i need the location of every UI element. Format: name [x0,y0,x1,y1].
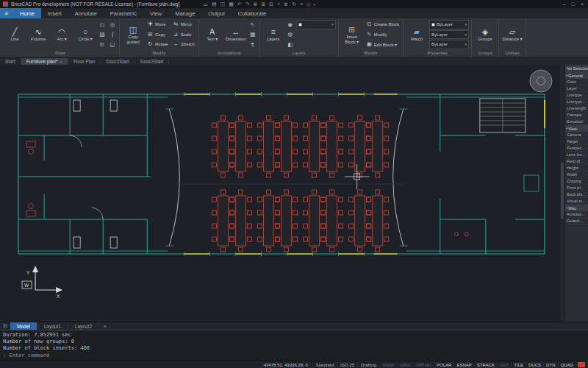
ribbon-tab-view[interactable]: View [143,8,168,18]
close-button[interactable]: × [581,1,584,7]
toggle-dyn[interactable]: DYN [543,363,558,367]
doc-tab-door2start[interactable]: Door2Start [135,58,169,65]
maximize-button[interactable]: □ [572,1,575,7]
ribbon-tab-home[interactable]: Home [13,8,41,18]
tool-arc[interactable]: ◠Arc ▾ [51,20,73,49]
add-layout-button[interactable]: + [99,322,111,330]
paste-icon[interactable]: ⊟ [269,1,273,7]
tool-groups[interactable]: ◈Groups [474,20,496,49]
linetype-control[interactable]: ByLayer▾ [429,30,469,40]
tool-dimension[interactable]: ↔Dimension [225,20,247,49]
open-file-icon[interactable]: ▤ [212,1,217,7]
tool-distance[interactable]: ▱Distance ▾ [501,20,523,49]
rectangle-tool-icon[interactable]: ▭ [98,20,107,29]
cut-icon[interactable]: ⊗ [254,1,258,7]
ellipse-tool-icon[interactable]: ◎ [108,20,117,29]
undo-icon[interactable]: ↶ [237,1,242,7]
ribbon-tab-output[interactable]: Output [201,8,232,18]
toggle-snap[interactable]: SNAP [379,363,396,367]
tool-polyline[interactable]: ∿Polyline [27,20,49,49]
tool-stretch[interactable]: ↔Stretch [171,40,196,49]
toggle-tile[interactable]: TILE [511,363,526,367]
zoom-icon[interactable]: ⊕ [284,1,288,7]
layers-icon[interactable]: ≡ [300,1,303,7]
tool-move[interactable]: ✚Move [146,20,170,29]
toggle-ortho[interactable]: ORTHO [412,363,434,367]
doc-tab-floor-plan[interactable]: Floor Plan [68,58,101,65]
tool-insert-block[interactable]: ⊞Insert Block ▾ [341,20,363,49]
lineweight-control[interactable]: ByLayer▾ [429,40,469,49]
toggle-polar[interactable]: POLAR [434,363,453,367]
drawing-viewport[interactable]: Y X W [0,65,560,322]
layout-tab-layout2[interactable]: Layout2 [68,322,99,330]
tool-scale[interactable]: ⊿Scale [171,30,196,40]
scrollbar-thumb[interactable] [561,163,564,219]
table-tool-icon[interactable]: ▦ [248,30,257,40]
qat-caret-icon[interactable]: ▾ [313,2,315,7]
region-tool-icon[interactable]: ◱ [108,40,117,49]
close-tab-icon[interactable]: × [60,60,62,64]
doc-tab-furniture-plan[interactable]: Furniture plan*× [21,58,68,65]
toggle-strack[interactable]: STRACK [474,363,497,367]
regen-icon[interactable]: ↻ [292,1,296,7]
tool-edit-block[interactable]: ▣Edit Block ▾ [365,40,401,49]
ribbon-tab-collaborate[interactable]: Collaborate [232,8,273,18]
settings-icon[interactable]: ◇ [306,1,310,7]
status-field-standard[interactable]: Standard [312,363,337,367]
redo-icon[interactable]: ↷ [245,1,250,7]
toggle-esnap[interactable]: ESNAP [453,363,473,367]
properties-section-misc[interactable]: ▾Misc [565,205,588,211]
save-icon[interactable]: ◫ [220,1,226,7]
tool-copy[interactable]: ⊞Copy [146,30,170,40]
tool-rotate[interactable]: ↻Rotate [146,40,170,49]
mtext-tool-icon[interactable]: ¶ [248,40,257,49]
layout-list-icon[interactable]: ⊞ [0,322,10,330]
command-prompt[interactable]: : Enter command [3,353,585,359]
vertical-scrollbar[interactable] [560,65,564,322]
copy-icon[interactable]: ⊞ [261,1,265,7]
properties-header[interactable]: No Selection [565,65,588,72]
tool-match[interactable]: ▰Match [406,20,428,49]
minimize-button[interactable]: – [563,1,566,7]
properties-section-view[interactable]: ▾View [565,125,588,132]
doc-tab-start[interactable]: Start [0,58,21,65]
tool-mirror[interactable]: ⇆Mirror [171,20,196,29]
properties-section-general[interactable]: ▾General [565,72,588,79]
hatch-tool-icon[interactable]: ▨ [98,30,107,40]
tool-text[interactable]: AText ▾ [201,20,223,49]
layout-tab-layout1[interactable]: Layout1 [37,322,68,330]
tool-line[interactable]: ╱Line [4,20,26,49]
toggle-ducs[interactable]: DUCS [526,363,543,367]
toggle-quad[interactable]: QUAD [558,363,576,367]
pan-icon[interactable]: + [277,1,280,7]
status-alert-indicator[interactable] [578,362,585,367]
layer-on-icon[interactable]: ◉ [286,20,295,29]
status-field-drafting[interactable]: Drafting [357,363,379,367]
layer-freeze-icon[interactable]: ◍ [286,30,295,40]
point-tool-icon[interactable]: ⊙ [98,40,107,49]
command-window[interactable]: Duration: 7.852931 secNumber of new grou… [0,330,588,361]
tool-copy-guided[interactable]: ◫Copy guided [122,20,144,49]
ribbon-tab-manage[interactable]: Manage [168,8,201,18]
application-menu-button[interactable]: ≡ [0,8,13,18]
doc-tab-door2start[interactable]: Door2Start [101,58,135,65]
layer-select[interactable]: ▾ [296,20,336,29]
leader-tool-icon[interactable]: ↖ [248,20,257,29]
ribbon-tab-annotate[interactable]: Annotate [68,8,104,18]
toggle-grid[interactable]: GRID [396,363,412,367]
new-file-icon[interactable]: ▭ [203,1,208,7]
drawing-canvas-svg[interactable]: Y X W [0,65,560,322]
tool-modify[interactable]: ✎Modify [365,30,401,40]
tool-create-block[interactable]: ⊡Create Block [365,20,401,29]
tool-layers[interactable]: ≡Layers [262,20,284,49]
spline-tool-icon[interactable]: ∫ [108,30,117,40]
toggle-lwt[interactable]: LWT [497,363,511,367]
print-icon[interactable]: ▦ [229,1,234,7]
layout-tab-model[interactable]: Model [10,322,37,330]
navigation-sphere[interactable] [530,70,552,92]
color-control[interactable]: ByLayer▾ [429,20,469,29]
tool-circle[interactable]: ○Circle ▾ [74,20,96,49]
status-field-iso-25[interactable]: ISO-25 [337,363,357,367]
layer-lock-icon[interactable]: ◧ [286,40,295,49]
ribbon-tab-parametric[interactable]: Parametric [104,8,143,18]
